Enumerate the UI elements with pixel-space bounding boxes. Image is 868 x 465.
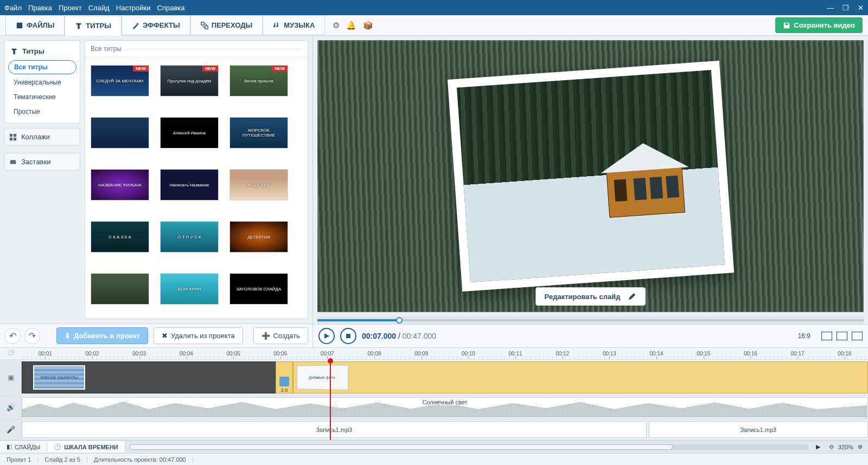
transition-badge[interactable]: 2.0 <box>276 361 293 393</box>
voice-clip-1[interactable]: Запись1.mp3 <box>22 421 647 438</box>
minimize-button[interactable]: — <box>827 4 834 12</box>
tab-music[interactable]: МУЗЫКА <box>263 15 325 35</box>
bell-icon[interactable]: 🔔 <box>346 21 356 30</box>
seek-bar[interactable] <box>317 317 864 324</box>
zoom-out-button[interactable]: ⊖ <box>829 443 834 450</box>
menu-edit[interactable]: Правка <box>28 4 52 12</box>
menu-file[interactable]: Файл <box>4 4 22 12</box>
voice-track-strip[interactable]: Запись1.mp3 Запись1.mp3 <box>22 419 868 440</box>
title-template-thumb[interactable]: Весна пришлаNEW <box>229 65 288 96</box>
title-template-thumb[interactable]: Прогулки под дождёмNEW <box>160 65 219 96</box>
display-mode-1[interactable] <box>821 332 832 340</box>
clip-2[interactable]: Добавьте фото <box>293 361 868 393</box>
timeline-ruler[interactable]: 🕐 00:0100:0200:0300:0400:0500:0600:0700:… <box>0 348 868 360</box>
video-track-strip[interactable]: ЗИМНИЕ КАНИКУЛЫ 2.0 Добавьте фото <box>22 360 868 395</box>
intros-button[interactable]: Заставки <box>4 153 80 171</box>
new-badge: NEW <box>133 66 149 72</box>
fullscreen-button[interactable] <box>852 332 863 340</box>
tab-files[interactable]: ФАЙЛЫ <box>5 15 65 35</box>
title-template-thumb[interactable] <box>91 117 149 148</box>
thumb-label: ДЕТЕКТИВ <box>245 235 272 240</box>
save-video-label: Сохранить видео <box>794 21 855 29</box>
edit-slide-label: Редактировать слайд <box>545 293 621 301</box>
settings-icon[interactable]: ⚙ <box>333 21 340 30</box>
add-to-project-label: Добавить в проект <box>74 332 140 340</box>
title-template-thumb[interactable]: Алексей Иванов <box>160 117 219 148</box>
redo-button[interactable]: ↷ <box>24 328 40 344</box>
sidebar: Титры Все титры Универсальные Тематическ… <box>4 40 80 319</box>
clip-1-thumb: ЗИМНИЕ КАНИКУЛЫ <box>33 365 85 390</box>
title-template-thumb[interactable]: С К А З К А <box>91 221 149 253</box>
title-template-thumb[interactable]: ДЕТЕКТИВ <box>229 221 288 253</box>
menu-settings[interactable]: Настройки <box>116 4 151 12</box>
sidebar-titles-head[interactable]: Титры <box>8 44 76 59</box>
filter-thematic[interactable]: Тематические <box>8 91 76 104</box>
tab-music-label: МУЗЫКА <box>284 21 315 29</box>
display-mode-2[interactable] <box>837 332 847 340</box>
ruler-mark: 00:14 <box>633 351 680 357</box>
download-icon: ⬇ <box>65 332 71 340</box>
thumb-label: БОЛГАРИЯ <box>176 287 203 292</box>
thumb-label: ЗАГОЛОВОК СЛАЙДА <box>234 287 283 292</box>
timeline-hscroll[interactable] <box>130 444 808 450</box>
stop-button[interactable] <box>340 328 356 344</box>
undo-button[interactable]: ↶ <box>4 328 21 344</box>
play-icon <box>323 333 330 339</box>
gallery-grid[interactable]: СЛЕДУЙ ЗА МЕЧТАМИNEWПрогулки под дождёмN… <box>85 57 308 319</box>
remove-from-project-label: Удалить из проекта <box>171 332 235 340</box>
aspect-ratio[interactable]: 16:9 <box>798 332 810 340</box>
title-template-thumb[interactable]: МОРСКОЕ ПУТЕШЕСТВИЕ <box>229 117 288 148</box>
tab-transitions[interactable]: ПЕРЕХОДЫ <box>190 15 263 35</box>
ruler-mark: 00:10 <box>445 351 492 357</box>
collages-button[interactable]: Коллажи <box>4 128 80 146</box>
close-button[interactable]: ✕ <box>858 4 864 12</box>
clock-icon: 🕐 <box>8 350 14 356</box>
voice-track-icon[interactable]: 🎤 <box>0 419 22 440</box>
create-button[interactable]: ➕ Создать <box>253 327 308 344</box>
maximize-button[interactable]: ❐ <box>843 4 849 12</box>
toolbar-icons: ⚙ 🔔 📦 <box>333 15 373 35</box>
tab-files-label: ФАЙЛЫ <box>27 21 54 29</box>
preview[interactable]: Редактировать слайд <box>317 40 864 312</box>
title-template-thumb[interactable]: ЗАГОЛОВОК СЛАЙДА <box>229 273 288 305</box>
title-template-thumb[interactable]: СЛЕДУЙ ЗА МЕЧТАМИNEW <box>91 65 149 96</box>
seek-knob[interactable] <box>396 317 403 324</box>
title-template-thumb[interactable] <box>91 273 149 305</box>
save-video-button[interactable]: Сохранить видео <box>775 17 863 33</box>
cabin-illustration <box>606 164 685 218</box>
scroll-right-button[interactable]: ▶ <box>813 443 824 450</box>
title-template-thumb[interactable]: Написать Название <box>160 169 219 201</box>
clip-1[interactable]: ЗИМНИЕ КАНИКУЛЫ <box>22 361 277 393</box>
audio-track-icon[interactable]: 🔊 <box>0 396 22 419</box>
title-template-thumb[interactable]: БОЛГАРИЯ <box>160 273 219 305</box>
remove-from-project-button[interactable]: ✖ Удалить из проекта <box>154 327 243 344</box>
zoom-in-button[interactable]: ⊕ <box>858 443 863 450</box>
play-button[interactable] <box>318 328 335 344</box>
plus-circle-icon: ➕ <box>261 332 270 340</box>
title-template-thumb[interactable]: ROZE SKY <box>229 169 288 201</box>
edit-slide-button[interactable]: Редактировать слайд <box>535 287 646 306</box>
pencil-icon <box>628 292 636 301</box>
timeline-tracks: ▣ ЗИМНИЕ КАНИКУЛЫ 2.0 Добавьте фото 🔊 Со… <box>0 360 868 440</box>
filter-universal[interactable]: Универсальные <box>8 76 76 89</box>
box-icon[interactable]: 📦 <box>363 21 373 30</box>
menu-help[interactable]: Справка <box>157 4 185 12</box>
tab-slides-view[interactable]: ◧ СЛАЙДЫ <box>0 441 47 453</box>
filter-all-titles[interactable]: Все титры <box>8 60 76 74</box>
timeline-hscroll-thumb[interactable] <box>130 444 673 450</box>
total-time: 00:47.000 <box>403 332 436 340</box>
tab-effects[interactable]: ЭФФЕКТЫ <box>122 15 190 35</box>
menubar: Файл Правка Проект Слайд Настройки Справ… <box>4 4 185 12</box>
menu-slide[interactable]: Слайд <box>88 4 110 12</box>
filter-simple[interactable]: Простые <box>8 105 76 118</box>
create-label: Создать <box>273 332 300 340</box>
audio-clip[interactable]: Солнечный свет <box>22 397 868 417</box>
video-track-icon[interactable]: ▣ <box>0 360 22 395</box>
add-to-project-button[interactable]: ⬇ Добавить в проект <box>56 327 148 344</box>
tab-timeline-view[interactable]: 🕐 ШКАЛА ВРЕМЕНИ <box>47 441 125 453</box>
menu-project[interactable]: Проект <box>59 4 82 12</box>
title-template-thumb[interactable]: НАЗВАНИЕ ФИЛЬМА <box>91 169 149 201</box>
voice-clip-2[interactable]: Запись1.mp3 <box>649 421 868 438</box>
title-template-thumb[interactable]: О Т П У С К <box>160 221 219 253</box>
tab-titles[interactable]: ТИТРЫ <box>65 16 122 36</box>
